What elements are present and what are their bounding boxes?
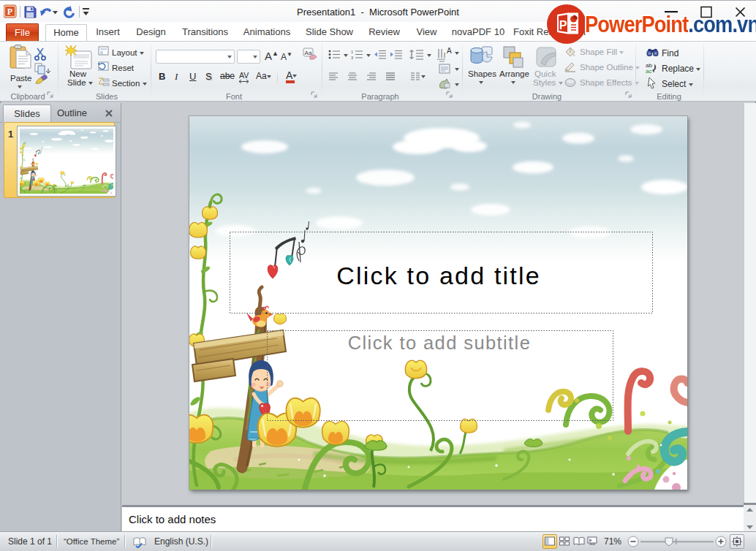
svg-text:Click to add subtitle: Click to add subtitle: [348, 332, 532, 353]
svg-text:ac: ac: [646, 68, 651, 73]
svg-text:P: P: [559, 19, 567, 31]
svg-text:Click to add title: Click to add title: [336, 262, 541, 289]
svg-text:1: 1: [351, 50, 353, 54]
svg-text:A: A: [447, 47, 452, 55]
svg-text:3: 3: [351, 56, 353, 59]
